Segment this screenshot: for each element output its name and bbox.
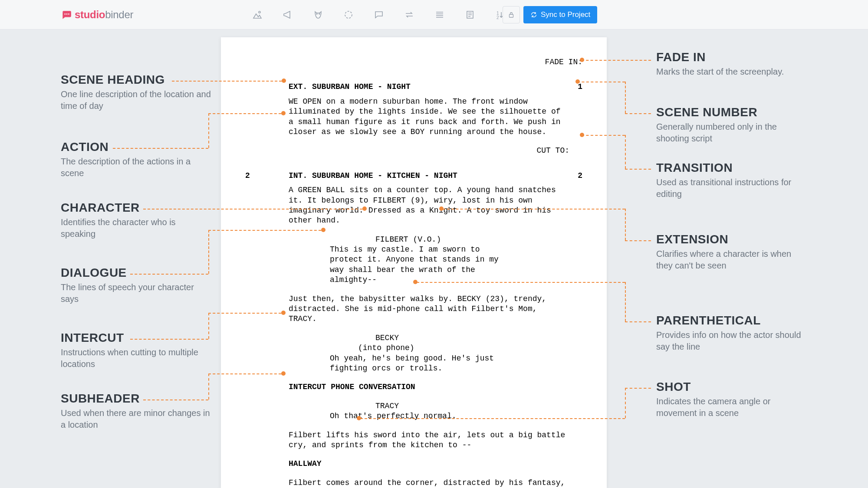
connector-dot bbox=[282, 79, 286, 83]
connector bbox=[208, 313, 209, 339]
anno-scenenum: SCENE NUMBER Generally numbered only in … bbox=[656, 105, 808, 144]
brand-text-2: binder bbox=[105, 9, 133, 20]
anno-title: FADE IN bbox=[656, 50, 808, 64]
connector bbox=[208, 373, 209, 400]
connector bbox=[625, 209, 626, 240]
dialogue-1: This is my castle. I am sworn to protect… bbox=[245, 245, 582, 285]
character-1: FILBERT (V.O.) bbox=[245, 235, 582, 245]
scene2-number-right: 2 bbox=[565, 171, 582, 181]
sync-to-project-button[interactable]: Sync to Project bbox=[523, 6, 597, 23]
connector bbox=[582, 60, 651, 61]
anno-subheader: SUBHEADER Used when there are minor chan… bbox=[61, 392, 213, 431]
scene1-heading-text: EXT. SUBURBAN HOME - NIGHT bbox=[265, 82, 565, 92]
anno-character: CHARACTER Identifies the character who i… bbox=[61, 201, 213, 240]
connector bbox=[208, 113, 209, 148]
connector-dot bbox=[357, 416, 361, 420]
megaphone-icon[interactable] bbox=[282, 9, 293, 20]
subheader-line: HALLWAY bbox=[245, 459, 582, 469]
connector bbox=[443, 209, 625, 210]
dialogue-2: Oh yeah, he's being good. He's just figh… bbox=[245, 354, 582, 374]
anno-extension: EXTENSION Clarifies where a character is… bbox=[656, 233, 808, 272]
anno-desc: The lines of speech your character says bbox=[61, 282, 213, 305]
connector bbox=[625, 321, 651, 322]
scene-icon[interactable] bbox=[252, 9, 263, 20]
anno-desc: Used as transitional instructions for ed… bbox=[656, 177, 808, 200]
anno-desc: The description of the actions in a scen… bbox=[61, 156, 213, 179]
scene2-number-left: 2 bbox=[245, 171, 265, 181]
speech-bubble-icon[interactable] bbox=[373, 9, 385, 20]
connector bbox=[625, 113, 651, 114]
dialogue-3: Oh that's perfectly normal. bbox=[245, 411, 582, 421]
connector bbox=[208, 230, 321, 231]
connector bbox=[625, 282, 626, 321]
connector bbox=[208, 230, 209, 274]
lines-icon[interactable] bbox=[434, 9, 445, 20]
anno-title: TRANSITION bbox=[656, 161, 808, 175]
anno-shot: SHOT Indicates the camera angle or movem… bbox=[656, 380, 808, 419]
anno-title: SUBHEADER bbox=[61, 392, 213, 406]
svg-point-6 bbox=[345, 11, 352, 18]
anno-title: PARENTHETICAL bbox=[656, 314, 808, 328]
connector bbox=[143, 400, 208, 400]
action-3: Just then, the babysitter walks by. BECK… bbox=[245, 294, 582, 324]
connector bbox=[625, 240, 651, 241]
brand-logo[interactable]: studiobinder bbox=[61, 9, 133, 21]
anno-desc: One line description of the location and… bbox=[61, 88, 213, 112]
brand-text-1: studio bbox=[75, 9, 105, 20]
anno-title: SCENE HEADING bbox=[61, 73, 213, 87]
action-2: A GREEN BALL sits on a counter top. A yo… bbox=[245, 185, 582, 226]
parenthetical-1: (into phone) bbox=[245, 343, 582, 353]
svg-point-3 bbox=[259, 11, 260, 13]
connector-dot bbox=[281, 311, 286, 315]
svg-text:2: 2 bbox=[496, 15, 499, 20]
svg-point-1 bbox=[66, 13, 68, 15]
connector-dot bbox=[321, 228, 326, 232]
chat-bubble-icon bbox=[61, 9, 72, 20]
anno-title: SHOT bbox=[656, 380, 808, 394]
connector bbox=[130, 339, 208, 340]
connector-dot bbox=[281, 371, 286, 376]
lock-button[interactable] bbox=[503, 6, 520, 23]
intercut-line: INTERCUT PHONE CONVERSATION bbox=[245, 382, 582, 392]
action-5: Filbert comes around the corner, distrac… bbox=[245, 478, 582, 488]
svg-point-5 bbox=[319, 13, 320, 14]
top-toolbar: studiobinder 12 Sync to Project bbox=[0, 0, 868, 29]
connector bbox=[625, 135, 626, 169]
svg-point-2 bbox=[68, 13, 69, 15]
character-2: BECKY bbox=[245, 333, 582, 343]
sync-icon bbox=[530, 11, 537, 18]
anno-intercut: INTERCUT Instructions when cutting to mu… bbox=[61, 331, 213, 370]
scene-heading-1: EXT. SUBURBAN HOME - NIGHT 1 bbox=[245, 82, 582, 92]
anno-fadein: FADE IN Marks the start of the screenpla… bbox=[656, 50, 808, 78]
connector-dot bbox=[580, 133, 584, 137]
connector bbox=[625, 388, 651, 389]
anno-desc: Indicates the camera angle or movement i… bbox=[656, 396, 808, 419]
anno-title: SCENE NUMBER bbox=[656, 105, 808, 119]
svg-point-4 bbox=[316, 13, 317, 14]
anno-transition: TRANSITION Used as transitional instruct… bbox=[656, 161, 808, 200]
note-icon[interactable] bbox=[464, 9, 476, 20]
anno-desc: Clarifies where a character is when they… bbox=[656, 248, 808, 272]
anno-desc: Used when there are minor changes in a l… bbox=[61, 407, 213, 431]
connector-dot bbox=[580, 58, 584, 62]
connector-dot bbox=[362, 206, 367, 211]
stage: FADE IN: EXT. SUBURBAN HOME - NIGHT 1 WE… bbox=[0, 29, 868, 488]
connector bbox=[172, 81, 282, 82]
circle-dashed-icon[interactable] bbox=[343, 9, 354, 20]
anno-scene-heading: SCENE HEADING One line description of th… bbox=[61, 73, 213, 112]
connector-dot bbox=[439, 206, 444, 211]
script-page: FADE IN: EXT. SUBURBAN HOME - NIGHT 1 WE… bbox=[221, 37, 607, 488]
anno-action: ACTION The description of the actions in… bbox=[61, 140, 213, 179]
swap-arrows-icon[interactable] bbox=[404, 9, 415, 20]
anno-title: ACTION bbox=[61, 140, 213, 154]
transition-1: CUT TO: bbox=[245, 146, 582, 156]
connector bbox=[360, 418, 625, 419]
scene2-heading-text: INT. SUBURBAN HOME - KITCHEN - NIGHT bbox=[265, 171, 565, 181]
anno-dialogue: DIALOGUE The lines of speech your charac… bbox=[61, 266, 213, 305]
connector bbox=[130, 274, 208, 275]
action-4: Filbert lifts his sword into the air, le… bbox=[245, 430, 582, 451]
mask-icon[interactable] bbox=[312, 9, 324, 20]
connector bbox=[208, 313, 281, 314]
anno-paren: PARENTHETICAL Provides info on how the a… bbox=[656, 314, 808, 353]
anno-desc: Instructions when cutting to multiple lo… bbox=[61, 347, 213, 370]
